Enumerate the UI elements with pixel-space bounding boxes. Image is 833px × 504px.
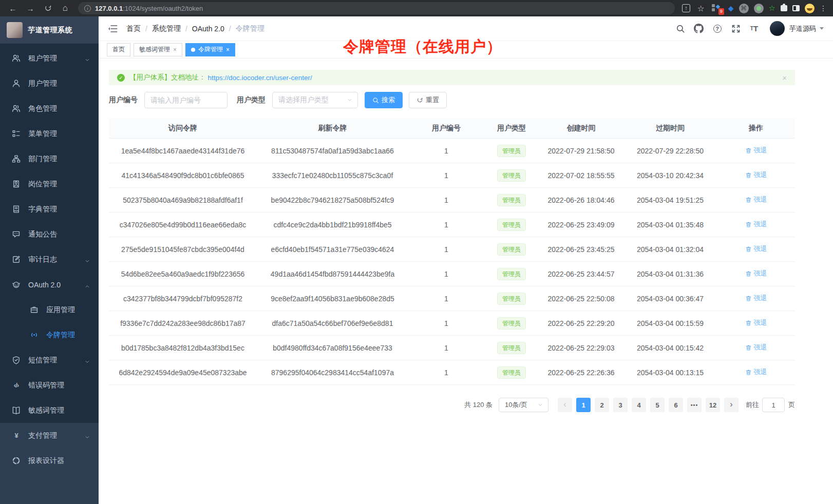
command-extension-icon[interactable]: ⌘	[739, 4, 749, 13]
sidebar-item-error-code[interactable]: ‹/›错误码管理	[0, 373, 99, 398]
refresh-token-cell: 811c530487574fa0af1a59d3abc1aa66	[257, 147, 408, 155]
trash-icon	[745, 320, 752, 326]
sidebar-item-notice[interactable]: 通知公告	[0, 222, 99, 247]
user-type-badge: 管理员	[497, 194, 526, 206]
alert-close-icon[interactable]: ×	[782, 73, 787, 82]
created-time-cell: 2022-06-25 22:29:20	[539, 319, 623, 327]
bookmark-star-icon[interactable]: ☆	[695, 2, 707, 15]
help-icon[interactable]: ?	[712, 24, 722, 33]
sidebar-item-post[interactable]: 岗位管理	[0, 171, 99, 197]
force-logout-button[interactable]: 强退	[745, 244, 767, 254]
user-id-cell: 1	[408, 221, 484, 229]
browser-back-button[interactable]: ←	[5, 2, 21, 15]
force-logout-button[interactable]: 强退	[745, 367, 767, 377]
profile-avatar-icon[interactable]	[805, 4, 815, 13]
access-token-cell: 54d6be82ee5a460a9aedc1f9bf223656	[109, 270, 257, 278]
sidebar-item-sensitive-word[interactable]: 敏感词管理	[0, 398, 99, 423]
page-button-3[interactable]: 3	[613, 398, 628, 412]
user-id-cell: 1	[408, 245, 484, 254]
site-info-icon[interactable]: i	[84, 5, 91, 12]
sidebar-collapse-button[interactable]	[108, 24, 118, 34]
breadcrumb-item[interactable]: 系统管理	[152, 24, 181, 33]
force-logout-label: 强退	[754, 367, 767, 377]
column-header: 创建时间	[539, 124, 623, 133]
page-button-12[interactable]: 12	[706, 398, 720, 412]
force-logout-button[interactable]: 强退	[745, 318, 767, 327]
sidebar-item-sms[interactable]: 短信管理	[0, 347, 99, 373]
browser-reload-button[interactable]	[40, 2, 55, 15]
user-type-badge: 管理员	[497, 145, 526, 157]
user-avatar[interactable]	[770, 21, 785, 36]
search-button[interactable]: 搜索	[365, 92, 403, 108]
user-menu-caret-icon[interactable]	[820, 27, 824, 32]
user-type-select[interactable]: 请选择用户类型	[272, 92, 358, 108]
sidebar-item-user[interactable]: 用户管理	[0, 71, 99, 96]
column-header: 访问令牌	[109, 124, 257, 133]
tab-令牌管理[interactable]: 令牌管理×	[185, 43, 235, 56]
sidebar-item-dict[interactable]: 字典管理	[0, 197, 99, 222]
page-button-5[interactable]: 5	[650, 398, 665, 412]
tab-首页[interactable]: 首页	[107, 43, 130, 56]
sidebar-item-label: 支付管理	[28, 431, 84, 440]
force-logout-button[interactable]: 强退	[745, 343, 767, 352]
browser-forward-button[interactable]: →	[23, 2, 38, 15]
font-size-icon[interactable]: TT	[749, 24, 759, 33]
page-button-4[interactable]: 4	[632, 398, 646, 412]
force-logout-button[interactable]: 强退	[745, 170, 767, 180]
fullscreen-icon[interactable]	[731, 24, 741, 33]
reset-button[interactable]: 重置	[409, 92, 447, 108]
tab-close-icon[interactable]: ×	[173, 47, 177, 53]
force-logout-button[interactable]: 强退	[745, 220, 767, 229]
recorder-extension-icon[interactable]	[754, 4, 764, 13]
prev-page-button[interactable]: ‹	[558, 398, 572, 412]
side-panel-icon[interactable]	[792, 5, 800, 11]
doc-link[interactable]: https://doc.iocoder.cn/user-center/	[208, 74, 312, 82]
tab-敏感词管理[interactable]: 敏感词管理×	[134, 43, 182, 56]
sidebar-item-tenant[interactable]: 租户管理	[0, 46, 99, 71]
sidebar-item-dept[interactable]: 部门管理	[0, 146, 99, 171]
sidebar-menu-bottom: ¥支付管理报表设计器	[0, 423, 99, 504]
created-time-cell: 2022-06-25 22:26:36	[539, 369, 623, 377]
search-icon[interactable]	[675, 24, 685, 33]
page-button-1[interactable]: 1	[576, 398, 591, 412]
gem-extension-icon[interactable]: ◆	[728, 4, 734, 12]
page-button-6[interactable]: 6	[669, 398, 683, 412]
breadcrumb-item[interactable]: 首页	[126, 24, 141, 33]
extension-badge-icon[interactable]: ◆9	[712, 3, 723, 13]
page-ellipsis[interactable]: •••	[687, 398, 702, 412]
action-cell: 强退	[717, 294, 795, 303]
force-logout-button[interactable]: 强退	[745, 269, 767, 278]
page-size-select[interactable]: 10条/页	[499, 398, 548, 412]
tab-close-icon[interactable]: ×	[226, 47, 230, 53]
token-icon	[30, 331, 39, 339]
user-id-input[interactable]	[144, 92, 228, 108]
browser-home-button[interactable]: ⌂	[58, 2, 73, 15]
next-page-button[interactable]: ›	[724, 398, 739, 412]
sidebar-item-pay[interactable]: ¥支付管理	[0, 423, 99, 448]
extensions-puzzle-icon[interactable]	[781, 5, 787, 11]
star-extension-icon[interactable]: ☆	[769, 4, 775, 13]
refresh-token-cell: 9ce8ef2aa9f14056b831ae9b608e28d5	[257, 295, 408, 303]
sidebar-item-report[interactable]: 报表设计器	[0, 448, 99, 473]
sidebar-item-role[interactable]: 角色管理	[0, 96, 99, 121]
created-time-cell: 2022-06-25 22:29:03	[539, 344, 623, 352]
sidebar-item-oauth2-app[interactable]: 应用管理	[0, 297, 99, 322]
force-logout-button[interactable]: 强退	[745, 294, 767, 303]
share-icon[interactable]: ↑	[682, 4, 690, 12]
sidebar-item-oauth2[interactable]: OAuth 2.0	[0, 272, 99, 297]
sidebar-item-audit-log[interactable]: 审计日志	[0, 247, 99, 272]
force-logout-button[interactable]: 强退	[745, 195, 767, 204]
users-icon	[12, 54, 21, 63]
browser-menu-icon[interactable]: ⋮	[820, 4, 827, 12]
github-icon[interactable]	[694, 24, 704, 33]
browser-url-bar[interactable]: i 127.0.0.1:1024/system/oauth2/token	[78, 2, 675, 14]
force-logout-button[interactable]: 强退	[745, 146, 767, 155]
action-cell: 强退	[717, 269, 795, 279]
expire-time-cell: 2054-03-04 01:31:36	[623, 270, 717, 278]
sidebar-item-menu[interactable]: 菜单管理	[0, 121, 99, 146]
sidebar-item-label: 错误码管理	[28, 381, 90, 390]
sidebar-item-oauth2-token[interactable]: 令牌管理	[0, 322, 99, 347]
goto-page-input[interactable]	[762, 398, 785, 412]
breadcrumb-item[interactable]: OAuth 2.0	[192, 25, 224, 33]
page-button-2[interactable]: 2	[595, 398, 609, 412]
